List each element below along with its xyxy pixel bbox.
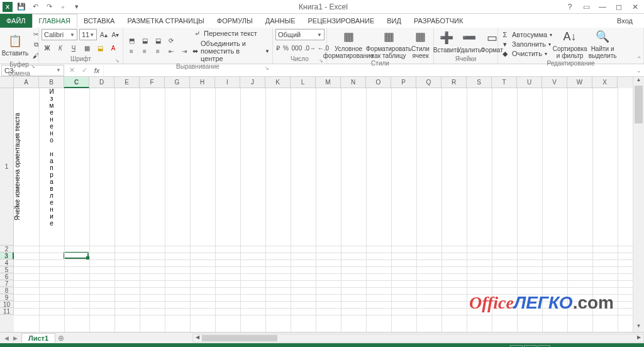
align-top-icon[interactable]: ⬒ — [126, 35, 137, 45]
fx-icon[interactable]: fx — [91, 67, 103, 74]
row-header-2[interactable]: 2 — [0, 246, 14, 253]
increase-indent-icon[interactable]: ⇥ — [179, 46, 190, 56]
row-header-5[interactable]: 5 — [0, 266, 14, 273]
percent-icon[interactable]: % — [282, 43, 289, 53]
tab-file[interactable]: ФАЙЛ — [0, 14, 32, 28]
find-select-button[interactable]: 🔍Найти и выделить — [587, 29, 618, 59]
fill-color-icon[interactable]: ⬓ — [94, 43, 106, 53]
insert-cells-button[interactable]: ➕Вставить — [436, 30, 457, 54]
col-header-S[interactable]: S — [467, 77, 492, 88]
maximize-icon[interactable]: ◻ — [614, 2, 624, 12]
col-header-R[interactable]: R — [441, 77, 467, 88]
tab-review[interactable]: РЕЦЕНЗИРОВАНИЕ — [301, 14, 380, 28]
sheet-nav-next-icon[interactable]: ▶ — [11, 335, 19, 341]
qat-customize-icon[interactable]: ▾ — [72, 2, 82, 12]
collapse-ribbon-icon[interactable]: ⌃ — [636, 55, 641, 62]
col-header-E[interactable]: E — [114, 77, 140, 88]
col-header-K[interactable]: K — [265, 77, 291, 88]
help-icon[interactable]: ? — [565, 2, 575, 12]
tab-insert[interactable]: ВСТАВКА — [77, 14, 121, 28]
tab-data[interactable]: ДАННЫЕ — [259, 14, 302, 28]
cell-styles-button[interactable]: ▦Стили ячеек — [410, 29, 431, 59]
comma-icon[interactable]: 000 — [291, 43, 303, 53]
col-header-D[interactable]: D — [89, 77, 114, 88]
row-header-6[interactable]: 6 — [0, 273, 14, 280]
merge-center-button[interactable]: ⬌Объединить и поместить в центре▼ — [192, 40, 270, 62]
decrease-font-icon[interactable]: A▾ — [111, 30, 121, 40]
col-header-G[interactable]: G — [165, 77, 190, 88]
horizontal-scrollbar[interactable]: ◀ ▶ — [192, 334, 644, 343]
cell-B1[interactable]: Изменено направление — [39, 88, 64, 246]
format-as-table-button[interactable]: ▦Форматировать как таблицу — [370, 29, 408, 59]
col-header-U[interactable]: U — [517, 77, 542, 88]
col-header-L[interactable]: L — [291, 77, 316, 88]
decrease-indent-icon[interactable]: ⇤ — [165, 46, 177, 56]
redo-icon[interactable]: ↷ — [44, 2, 54, 12]
cells-grid[interactable]: Ячейке изменена ориентация текста Измене… — [14, 88, 633, 332]
hscroll-thumb[interactable] — [202, 335, 277, 341]
col-header-X[interactable]: X — [592, 77, 618, 88]
row-header-9[interactable]: 9 — [0, 294, 14, 301]
vertical-scrollbar[interactable]: ▲ ▼ — [633, 77, 644, 332]
ribbon-options-icon[interactable]: ▭ — [581, 2, 591, 12]
align-center-icon[interactable]: ≡ — [139, 46, 150, 56]
save-icon[interactable]: 💾 — [16, 2, 26, 12]
qat-extra-icon[interactable]: ▫ — [58, 2, 68, 12]
wrap-text-button[interactable]: ⤶Перенести текст — [192, 29, 270, 38]
delete-cells-button[interactable]: ➖Удалить — [459, 30, 479, 54]
col-header-F[interactable]: F — [140, 77, 165, 88]
expand-formula-bar-icon[interactable]: ⌄ — [634, 67, 644, 74]
align-left-icon[interactable]: ≡ — [126, 46, 137, 56]
sort-filter-button[interactable]: A↓Сортировка и фильтр — [555, 29, 585, 59]
paste-button[interactable]: 📋 Вставить — [3, 33, 28, 57]
tab-developer[interactable]: РАЗРАБОТЧИК — [408, 14, 469, 28]
col-header-W[interactable]: W — [567, 77, 592, 88]
tab-formulas[interactable]: ФОРМУЛЫ — [211, 14, 259, 28]
scroll-up-icon[interactable]: ▲ — [633, 77, 644, 86]
col-header-V[interactable]: V — [542, 77, 567, 88]
enter-formula-icon[interactable]: ✓ — [78, 66, 91, 74]
tab-view[interactable]: ВИД — [380, 14, 408, 28]
cell-A1[interactable]: Ячейке изменена ориентация текста — [14, 88, 39, 246]
clipboard-dialog-icon[interactable]: ↘ — [30, 62, 36, 69]
col-header-P[interactable]: P — [391, 77, 416, 88]
col-header-O[interactable]: O — [366, 77, 391, 88]
align-middle-icon[interactable]: ⬓ — [139, 35, 150, 45]
cancel-formula-icon[interactable]: ✕ — [65, 66, 78, 74]
row-header-11[interactable]: 11 — [0, 308, 14, 315]
currency-icon[interactable]: ₽ — [275, 43, 280, 53]
col-header-I[interactable]: I — [215, 77, 240, 88]
increase-font-icon[interactable]: A▴ — [99, 30, 109, 40]
align-right-icon[interactable]: ≡ — [152, 46, 164, 56]
col-header-T[interactable]: T — [492, 77, 517, 88]
col-header-C[interactable]: C — [64, 77, 89, 88]
borders-icon[interactable]: ▦ — [81, 43, 92, 53]
col-header-N[interactable]: N — [341, 77, 366, 88]
font-dialog-icon[interactable]: ↘ — [114, 57, 120, 63]
scroll-right-icon[interactable]: ▶ — [635, 334, 643, 342]
row-header-8[interactable]: 8 — [0, 287, 14, 294]
conditional-formatting-button[interactable]: ▦Условное форматирование — [330, 29, 367, 59]
col-header-M[interactable]: M — [316, 77, 341, 88]
italic-button[interactable]: К — [55, 43, 66, 53]
font-name-combo[interactable]: Calibri▼ — [42, 29, 77, 40]
new-sheet-icon[interactable]: ⊕ — [55, 334, 67, 343]
col-header-H[interactable]: H — [190, 77, 215, 88]
scroll-down-icon[interactable]: ▼ — [633, 323, 644, 332]
col-header-A[interactable]: A — [14, 77, 39, 88]
col-header-J[interactable]: J — [240, 77, 265, 88]
vscroll-thumb[interactable] — [635, 86, 643, 123]
col-header-Q[interactable]: Q — [416, 77, 441, 88]
font-color-icon[interactable]: A — [108, 43, 119, 53]
autosum-button[interactable]: ΣАвтосумма▾ — [501, 30, 552, 39]
orientation-icon[interactable]: ⟳ — [165, 35, 177, 45]
align-bottom-icon[interactable]: ⬓ — [152, 35, 164, 45]
row-header-4[interactable]: 4 — [0, 259, 14, 266]
undo-icon[interactable]: ↶ — [30, 2, 40, 12]
bold-button[interactable]: Ж — [42, 43, 53, 53]
clear-button[interactable]: ◆Очистить▾ — [501, 49, 552, 58]
col-header-B[interactable]: B — [39, 77, 64, 88]
number-format-combo[interactable]: Общий▼ — [275, 29, 325, 40]
sign-in-link[interactable]: Вход — [606, 14, 644, 28]
minimize-icon[interactable]: — — [597, 2, 608, 12]
